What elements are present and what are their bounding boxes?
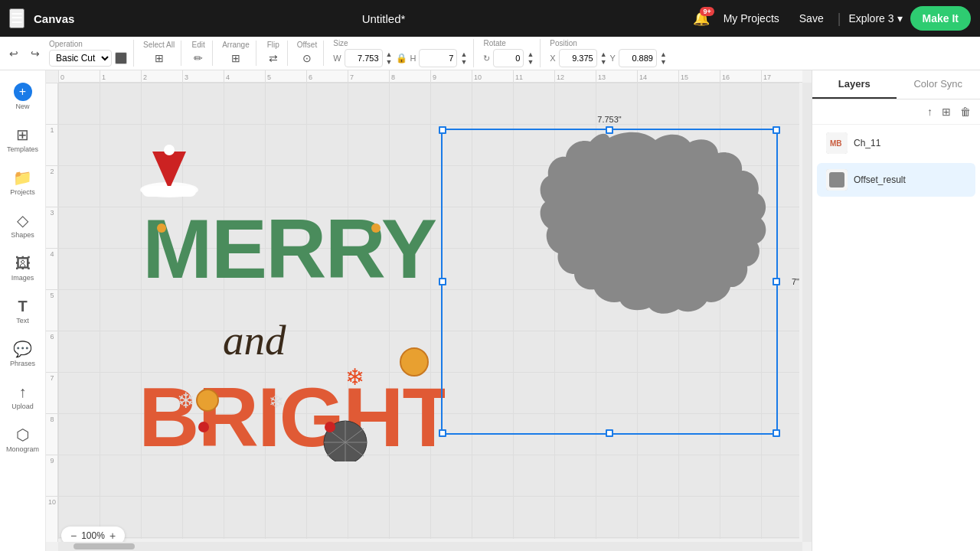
rotate-input[interactable] [493,49,524,67]
sidebar-item-phrases[interactable]: 💬 Phrases [3,334,43,373]
sidebar-item-upload[interactable]: ↑ Upload [3,377,43,416]
merry-bright-design[interactable]: BRIGHT MERRY and ❄ ❄ [116,125,445,461]
templates-label: Templates [7,145,38,153]
height-input[interactable] [419,49,457,67]
selected-element[interactable]: 7.753" 7" [441,129,778,435]
svg-text:and: and [223,317,286,364]
rotate-down[interactable]: ▼ [527,58,534,66]
selection-box: 7.753" 7" [441,129,778,435]
panel-actions: ↑ ⊞ 🗑 [812,99,980,125]
text-label: Text [16,317,29,324]
size-group: Size W ▲ ▼ 🔒 H ▲ ▼ [333,39,474,67]
width-down[interactable]: ▼ [386,58,393,66]
notifications-button[interactable]: 🔔9+ [693,10,710,27]
handle-middle-left[interactable] [439,278,446,285]
templates-icon: ⊞ [16,126,29,144]
right-panel: Layers Color Sync ↑ ⊞ 🗑 MB Ch_11 [812,70,980,551]
ruler-mark-h-1: 1 [100,70,141,82]
ruler-mark-h-13: 13 [596,70,637,82]
x-input[interactable] [559,49,597,67]
y-up[interactable]: ▲ [660,51,667,58]
handle-top-center[interactable] [606,126,613,134]
text-icon: T [18,298,27,315]
svg-text:❄: ❄ [345,364,364,390]
layer-item-offset-result[interactable]: Offset_result [817,163,975,197]
ruler-mark-h-7: 7 [348,70,389,82]
new-icon: + [14,83,32,101]
tab-color-sync[interactable]: Color Sync [897,70,981,99]
svg-point-6 [164,145,175,155]
scroll-vertical[interactable] [802,83,812,542]
color-swatch[interactable] [115,52,127,64]
offset-button[interactable]: ⊙ [299,51,315,66]
ruler-mark-h-3: 3 [182,70,224,82]
monogram-label: Monogram [6,445,39,453]
x-up[interactable]: ▲ [600,51,607,58]
sidebar-item-shapes[interactable]: ◇ Shapes [3,205,43,245]
position-group: Position X ▲ ▼ Y ▲ ▼ [550,39,673,67]
canvas-content: BRIGHT MERRY and ❄ ❄ [58,83,799,539]
scroll-horizontal[interactable] [58,542,802,551]
undo-button[interactable]: ↩ [6,46,21,61]
ruler-mark-v-1: 1 [46,124,58,165]
explore-button[interactable]: Explore 3 ▾ [848,12,902,24]
canvas-area[interactable]: 01234567891011121314151617 12345678910 B… [46,70,812,551]
tab-layers[interactable]: Layers [812,70,897,99]
handle-bottom-center[interactable] [606,429,613,437]
topbar-right: 🔔9+ My Projects Save | Explore 3 ▾ Make … [693,6,971,31]
svg-text:❄: ❄ [269,391,284,412]
height-label: H [410,54,416,63]
layer-delete-button[interactable]: 🗑 [957,103,974,121]
arrange-button[interactable]: ⊞ [228,51,243,66]
ruler-mark-h-16: 16 [720,70,761,82]
layer-duplicate-button[interactable]: ⊞ [939,103,954,121]
make-it-button[interactable]: Make It [910,6,971,31]
ruler-mark-v-7: 7 [46,372,58,413]
width-up[interactable]: ▲ [386,51,393,58]
app-logo: Canvas [34,12,74,25]
operation-select[interactable]: Basic Cut [49,50,112,67]
handle-middle-right[interactable] [773,278,780,285]
save-button[interactable]: Save [793,9,830,28]
zoom-in-button[interactable]: + [109,530,116,542]
my-projects-button[interactable]: My Projects [717,9,786,28]
handle-top-right[interactable] [773,126,780,134]
menu-button[interactable]: ☰ [9,8,24,28]
select-all-button[interactable]: ⊞ [152,51,167,66]
sidebar-item-monogram[interactable]: ⬡ Monogram [3,419,43,459]
handle-bottom-right[interactable] [773,429,780,437]
rotate-group: Rotate ↻ ▲ ▼ [483,39,541,67]
x-down[interactable]: ▼ [600,58,607,66]
zoom-out-button[interactable]: − [70,530,77,542]
sidebar-item-templates[interactable]: ⊞ Templates [3,119,43,159]
sidebar-item-new[interactable]: + New [3,77,43,116]
sidebar-item-projects[interactable]: 📁 Projects [3,162,43,202]
layer-move-up-button[interactable]: ↑ [924,103,936,121]
layer-item-ch11[interactable]: MB Ch_11 [817,126,975,160]
sidebar-item-images[interactable]: 🖼 Images [3,248,43,288]
width-input[interactable] [345,49,383,67]
scroll-h-thumb[interactable] [74,543,135,549]
height-indicator: 7" [792,277,799,286]
toolbar: ↩ ↪ Operation Basic Cut Select All ⊞ Edi… [0,37,980,70]
ruler-mark-v-10: 10 [46,496,58,537]
edit-label: Edit [192,41,205,49]
y-down[interactable]: ▼ [660,58,667,66]
handle-bottom-left[interactable] [439,429,446,437]
phrases-label: Phrases [10,360,35,367]
height-down[interactable]: ▼ [460,58,467,66]
topbar-divider: | [838,11,841,27]
rotate-up[interactable]: ▲ [527,51,534,58]
svg-point-18 [157,223,166,233]
redo-button[interactable]: ↪ [28,46,43,61]
sidebar-item-text[interactable]: T Text [3,291,43,331]
flip-button[interactable]: ⇄ [266,51,281,66]
height-up[interactable]: ▲ [460,51,467,58]
rotate-label: Rotate [483,39,534,47]
y-input[interactable] [619,49,657,67]
images-icon: 🖼 [15,255,31,272]
chevron-down-icon: ▾ [897,12,903,24]
edit-button[interactable]: ✏ [191,51,206,66]
flip-label: Flip [267,41,279,49]
handle-top-left[interactable] [439,126,446,134]
